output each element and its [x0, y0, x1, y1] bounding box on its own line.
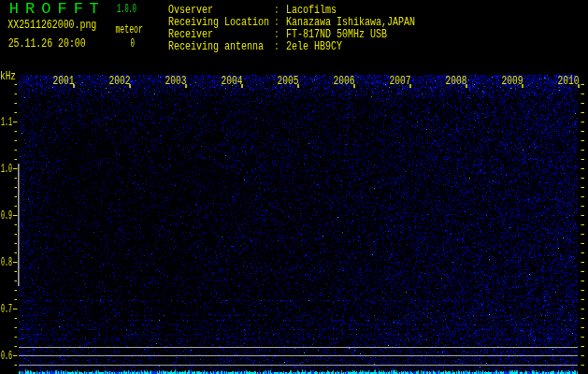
svg-text:2010: 2010: [558, 75, 580, 88]
svg-text:1.0.0: 1.0.0: [117, 2, 136, 16]
svg-text:0.9: 0.9: [1, 209, 12, 223]
svg-text:1.1: 1.1: [1, 115, 12, 129]
svg-text:Receiving antenna: Receiving antenna: [168, 39, 264, 53]
svg-text:2005: 2005: [278, 75, 299, 88]
svg-text:2001: 2001: [53, 75, 75, 88]
svg-text:1.0: 1.0: [1, 162, 12, 176]
svg-text:meteor: meteor: [115, 22, 142, 36]
svg-text:HROFFT: HROFFT: [9, 0, 99, 18]
svg-text:2008: 2008: [446, 75, 467, 88]
svg-text:2006: 2006: [334, 75, 355, 88]
svg-text:2004: 2004: [222, 75, 243, 88]
svg-text:kHz: kHz: [0, 69, 16, 83]
svg-text:2ele HB9CY: 2ele HB9CY: [286, 39, 342, 53]
svg-text:0: 0: [131, 36, 136, 50]
svg-text:25.11.26 20:00: 25.11.26 20:00: [8, 36, 86, 50]
svg-text:2007: 2007: [390, 75, 411, 88]
svg-text:0.7: 0.7: [1, 302, 12, 316]
svg-text:0.6: 0.6: [1, 349, 12, 363]
svg-text:2003: 2003: [165, 75, 187, 88]
svg-text:2002: 2002: [109, 75, 131, 88]
svg-text:XX2511262000.png: XX2511262000.png: [7, 18, 96, 32]
svg-text::: :: [275, 39, 279, 53]
svg-text:0.8: 0.8: [1, 255, 12, 269]
svg-text:2009: 2009: [502, 75, 523, 88]
